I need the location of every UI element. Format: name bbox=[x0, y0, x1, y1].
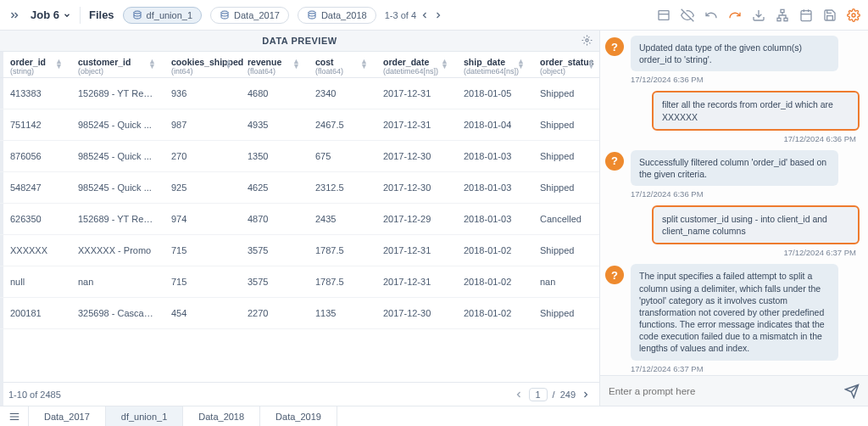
table-cell: 4680 bbox=[237, 78, 305, 109]
table-row[interactable]: 876056985245 - Quick ...27013506752017-1… bbox=[0, 141, 599, 172]
svg-rect-5 bbox=[777, 18, 781, 20]
chat-prompt-input[interactable] bbox=[609, 386, 837, 396]
table-cell: 2017-12-29 bbox=[373, 204, 453, 235]
svg-point-2 bbox=[309, 11, 315, 14]
table-cell: 2017-12-31 bbox=[373, 109, 453, 141]
table-cell: 2018-01-02 bbox=[453, 235, 530, 266]
chip-pager-prev-icon[interactable] bbox=[420, 10, 430, 20]
table-row[interactable]: 413383152689 - YT Rest...936468023402017… bbox=[0, 78, 599, 109]
hide-icon[interactable] bbox=[680, 8, 695, 23]
message-timestamp: 17/12/2024 6:36 PM bbox=[605, 134, 856, 143]
undo-icon[interactable] bbox=[704, 8, 719, 23]
column-header[interactable]: ship_date(datetime64[ns])▲▼ bbox=[453, 52, 530, 78]
table-cell: 548247 bbox=[0, 172, 68, 204]
table-cell: Shipped bbox=[530, 235, 599, 266]
table-cell: Shipped bbox=[530, 172, 599, 204]
file-chip-data-2018[interactable]: Data_2018 bbox=[298, 7, 376, 24]
page-total: 249 bbox=[560, 390, 576, 400]
table-cell: 2018-01-05 bbox=[453, 78, 530, 109]
svg-point-8 bbox=[852, 14, 855, 17]
chip-pager-next-icon[interactable] bbox=[433, 10, 443, 20]
calendar-icon[interactable] bbox=[798, 8, 814, 23]
table-cell: 751142 bbox=[0, 109, 68, 141]
page-prev-icon[interactable] bbox=[514, 390, 524, 400]
footer-tab-df-union-1[interactable]: df_union_1 bbox=[106, 406, 183, 426]
table-cell: 985245 - Quick ... bbox=[68, 172, 161, 204]
send-icon[interactable] bbox=[844, 384, 860, 399]
table-row[interactable]: XXXXXXXXXXXX - Promo71535751787.52017-12… bbox=[0, 235, 599, 266]
table-cell: 985245 - Quick ... bbox=[68, 141, 161, 172]
table-cell: Shipped bbox=[530, 78, 599, 109]
table-cell: Cancelled bbox=[530, 204, 599, 235]
table-cell: 454 bbox=[161, 298, 237, 329]
page-current-input[interactable]: 1 bbox=[529, 388, 548, 401]
table-cell: Shipped bbox=[530, 141, 599, 172]
svg-rect-3 bbox=[659, 10, 669, 20]
user-message: filter all the records from order_id whi… bbox=[652, 91, 860, 130]
page-next-icon[interactable] bbox=[581, 390, 591, 400]
export-icon[interactable] bbox=[751, 8, 766, 23]
svg-rect-4 bbox=[781, 9, 784, 12]
table-row[interactable]: 751142985245 - Quick ...98749352467.5201… bbox=[0, 109, 599, 141]
data-preview-title: DATA PREVIEW bbox=[262, 36, 337, 46]
table-cell: 2018-01-02 bbox=[453, 298, 530, 329]
table-cell: 675 bbox=[305, 141, 373, 172]
redo-icon[interactable] bbox=[727, 8, 743, 23]
assistant-message: Updated data type of the given column(s)… bbox=[631, 36, 838, 71]
table-cell: 1787.5 bbox=[305, 266, 373, 298]
footer-tab-data-2017[interactable]: Data_2017 bbox=[29, 406, 106, 426]
table-cell: 2018-01-03 bbox=[453, 172, 530, 204]
table-cell: 936 bbox=[161, 78, 237, 109]
table-cell: XXXXXX - Promo bbox=[68, 235, 161, 266]
table-cell: XXXXXX bbox=[0, 235, 68, 266]
table-cell: 413383 bbox=[0, 78, 68, 109]
message-timestamp: 17/12/2024 6:37 PM bbox=[605, 248, 856, 257]
table-cell: 2017-12-30 bbox=[373, 141, 453, 172]
column-header[interactable]: order_id(string)▲▼ bbox=[0, 52, 68, 78]
assistant-avatar: ? bbox=[605, 266, 624, 284]
table-cell: 974 bbox=[161, 204, 237, 235]
settings-icon[interactable] bbox=[846, 8, 861, 23]
file-chip-df-union-1[interactable]: df_union_1 bbox=[123, 7, 202, 24]
table-row[interactable]: nullnan71535751787.52017-12-312018-01-02… bbox=[0, 266, 599, 298]
footer-tab-data-2018[interactable]: Data_2018 bbox=[183, 406, 260, 426]
footer-tab-data-2019[interactable]: Data_2019 bbox=[260, 406, 337, 426]
svg-point-9 bbox=[586, 39, 588, 42]
message-timestamp: 17/12/2024 6:36 PM bbox=[631, 75, 860, 84]
column-header[interactable]: order_date(datetime64[ns])▲▼ bbox=[373, 52, 453, 78]
column-header[interactable]: cost(float64)▲▼ bbox=[305, 52, 373, 78]
table-row[interactable]: 548247985245 - Quick ...92546252312.5201… bbox=[0, 172, 599, 204]
collapse-sidebar-icon[interactable] bbox=[7, 8, 22, 23]
tree-icon[interactable] bbox=[775, 8, 790, 23]
save-icon[interactable] bbox=[822, 8, 837, 23]
table-cell: 2340 bbox=[305, 78, 373, 109]
message-timestamp: 17/12/2024 6:36 PM bbox=[631, 189, 860, 199]
column-header[interactable]: order_status(object)▲▼ bbox=[530, 52, 599, 78]
table-cell: 1135 bbox=[305, 298, 373, 329]
table-cell: 987 bbox=[161, 109, 237, 141]
table-cell: Shipped bbox=[530, 109, 599, 141]
table-cell: nan bbox=[68, 266, 161, 298]
table-row[interactable]: 626350152689 - YT Rest...974487024352017… bbox=[0, 204, 599, 235]
top-toolbar: Job 6 Files df_union_1 Data_2017 Data_20… bbox=[0, 0, 868, 31]
table-cell: 4625 bbox=[237, 172, 305, 204]
column-header[interactable]: cookies_shipped(int64)▲▼ bbox=[161, 52, 237, 78]
file-chip-data-2017[interactable]: Data_2017 bbox=[210, 7, 289, 24]
job-title: Job 6 bbox=[31, 8, 71, 21]
column-header[interactable]: customer_id(object)▲▼ bbox=[68, 52, 161, 78]
table-cell: 1787.5 bbox=[305, 235, 373, 266]
table-cell: 3575 bbox=[237, 266, 305, 298]
table-cell: 3575 bbox=[237, 235, 305, 266]
table-cell: 715 bbox=[161, 266, 237, 298]
column-header[interactable]: revenue(float64)▲▼ bbox=[237, 52, 305, 78]
hamburger-icon[interactable] bbox=[0, 406, 29, 426]
panel-icon[interactable] bbox=[656, 8, 671, 23]
data-table: order_id(string)▲▼customer_id(object)▲▼c… bbox=[0, 52, 599, 329]
preview-settings-icon[interactable] bbox=[581, 35, 593, 46]
table-row[interactable]: 200181325698 - Cascad...454227011352017-… bbox=[0, 298, 599, 329]
table-cell: 4935 bbox=[237, 109, 305, 141]
table-cell: 2017-12-30 bbox=[373, 172, 453, 204]
table-cell: 2017-12-31 bbox=[373, 78, 453, 109]
table-cell: 715 bbox=[161, 235, 237, 266]
table-cell: 2018-01-03 bbox=[453, 141, 530, 172]
